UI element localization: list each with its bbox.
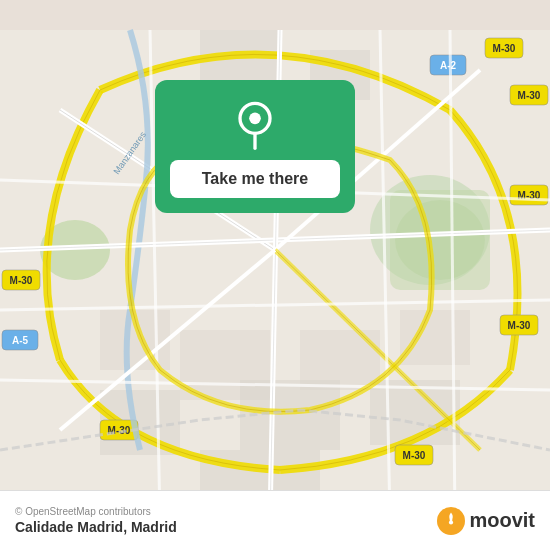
bottom-left-info: © OpenStreetMap contributors Calidade Ma…	[15, 506, 177, 535]
svg-text:A-5: A-5	[12, 335, 29, 346]
svg-text:M-30: M-30	[518, 90, 541, 101]
svg-point-37	[449, 520, 453, 524]
svg-text:A-2: A-2	[440, 60, 457, 71]
svg-text:M-30: M-30	[493, 43, 516, 54]
moovit-brand-icon	[437, 507, 465, 535]
svg-text:M-30: M-30	[403, 450, 426, 461]
svg-rect-10	[400, 310, 470, 365]
svg-rect-3	[390, 190, 490, 290]
map-container: M-30 M-30 M-30 M-30 M-30 M-30 M-30 A-2 A…	[0, 0, 550, 550]
svg-text:M-30: M-30	[508, 320, 531, 331]
take-me-there-button[interactable]: Take me there	[170, 160, 340, 198]
location-city-text: Madrid	[131, 519, 177, 535]
svg-text:M-30: M-30	[10, 275, 33, 286]
action-card: Take me there	[155, 80, 355, 213]
moovit-logo: moovit	[437, 507, 535, 535]
bottom-bar: © OpenStreetMap contributors Calidade Ma…	[0, 490, 550, 550]
svg-point-35	[249, 113, 261, 125]
location-name: Calidade Madrid, Madrid	[15, 519, 177, 535]
location-separator: ,	[123, 519, 131, 535]
map-attribution: © OpenStreetMap contributors	[15, 506, 177, 517]
location-pin-icon	[230, 100, 280, 150]
location-name-text: Calidade Madrid	[15, 519, 123, 535]
moovit-brand-text: moovit	[469, 509, 535, 532]
